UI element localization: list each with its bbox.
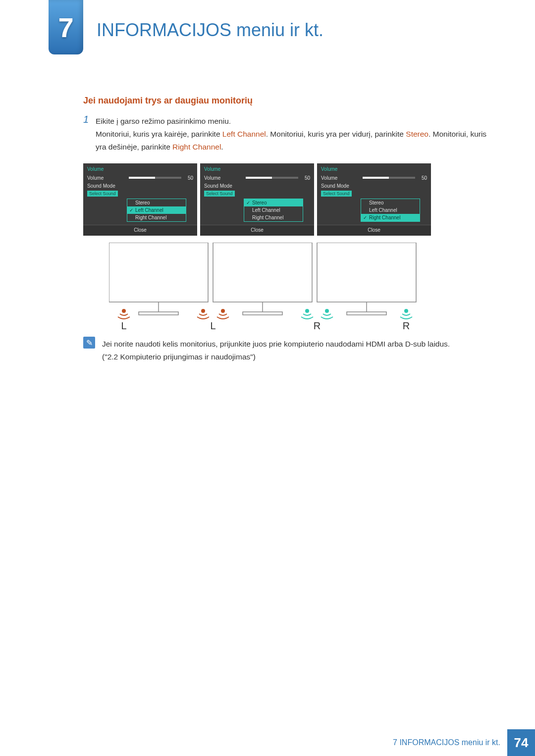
option-right-channel: Right Channel xyxy=(361,214,420,221)
sound-options: Stereo Left Channel Right Channel xyxy=(361,199,420,222)
svg-point-14 xyxy=(405,309,408,312)
option-left-channel: Left Channel xyxy=(244,206,303,214)
volume-value: 50 xyxy=(417,175,427,181)
volume-menu-left: Volume Volume 50 Sound Mode Select Sound… xyxy=(83,163,197,236)
sound-mode-row: Sound Mode xyxy=(317,182,431,190)
svg-rect-2 xyxy=(317,243,416,302)
volume-row: Volume 50 xyxy=(317,174,431,182)
svg-rect-8 xyxy=(347,312,386,315)
volume-menu-right: Volume Volume 50 Sound Mode Select Sound… xyxy=(317,163,431,236)
svg-rect-1 xyxy=(213,243,312,302)
sound-mode-row: Sound Mode xyxy=(200,182,314,190)
highlight-left-channel: Left Channel xyxy=(222,130,266,138)
step-line2b: . Monitoriui, kuris yra per vidurį, pari… xyxy=(266,130,406,138)
option-stereo: Stereo xyxy=(244,199,303,206)
volume-bar xyxy=(246,177,298,179)
svg-rect-0 xyxy=(109,243,208,302)
section-title: Jei naudojami trys ar daugiau monitorių xyxy=(83,96,253,106)
option-right-channel: Right Channel xyxy=(127,214,186,221)
select-sound-row: Select Sound xyxy=(200,190,314,198)
menu-screenshots: Volume Volume 50 Sound Mode Select Sound… xyxy=(83,163,431,236)
volume-label: Volume xyxy=(204,175,244,181)
volume-bar xyxy=(129,177,181,179)
label-l2: L xyxy=(210,320,215,331)
sound-options: Stereo Left Channel Right Channel xyxy=(127,199,186,222)
close-button: Close xyxy=(200,225,314,236)
sound-mode-label: Sound Mode xyxy=(321,183,361,189)
select-sound-row: Select Sound xyxy=(317,190,431,198)
note-line1: Jei norite naudoti kelis monitorius, pri… xyxy=(102,340,450,348)
label-r2: R xyxy=(403,320,410,331)
highlight-right-channel: Right Channel xyxy=(172,143,221,151)
note-line2: ("2.2 Kompiuterio prijungimas ir naudoji… xyxy=(102,353,256,361)
svg-point-12 xyxy=(306,309,309,312)
option-left-channel: Left Channel xyxy=(361,206,420,214)
label-l1: L xyxy=(121,320,126,331)
close-button: Close xyxy=(317,225,431,236)
volume-value: 50 xyxy=(300,175,310,181)
chapter-number: 7 xyxy=(58,11,73,44)
sound-options: Stereo Left Channel Right Channel xyxy=(244,199,303,222)
volume-bar xyxy=(363,177,415,179)
sound-mode-label: Sound Mode xyxy=(204,183,244,189)
step-line2a: Monitoriui, kuris yra kairėje, parinkite xyxy=(96,130,222,138)
svg-point-10 xyxy=(202,309,205,312)
close-button: Close xyxy=(83,225,197,236)
note-icon: ✎ xyxy=(83,337,95,349)
monitors-diagram: L L R R xyxy=(109,243,441,332)
select-sound-row: Select Sound xyxy=(83,190,197,198)
volume-label: Volume xyxy=(87,175,127,181)
label-r1: R xyxy=(314,320,321,331)
select-sound-label: Select Sound xyxy=(321,191,352,197)
volume-row: Volume 50 xyxy=(200,174,314,182)
menu-title: Volume xyxy=(317,166,431,174)
svg-rect-4 xyxy=(139,312,178,315)
volume-value: 50 xyxy=(183,175,193,181)
menu-title: Volume xyxy=(200,166,314,174)
select-sound-label: Select Sound xyxy=(204,191,235,197)
note-text: Jei norite naudoti kelis monitorius, pri… xyxy=(102,338,493,363)
step-number: 1 xyxy=(83,114,89,125)
footer-label: 7 INFORMACIJOS meniu ir kt. xyxy=(386,729,507,756)
page-footer: 7 INFORMACIJOS meniu ir kt. 74 xyxy=(0,729,535,756)
sound-mode-label: Sound Mode xyxy=(87,183,127,189)
volume-row: Volume 50 xyxy=(83,174,197,182)
svg-point-9 xyxy=(122,309,125,312)
highlight-stereo: Stereo xyxy=(406,130,428,138)
option-left-channel: Left Channel xyxy=(127,206,186,214)
option-stereo: Stereo xyxy=(361,199,420,206)
svg-point-11 xyxy=(221,309,224,312)
volume-label: Volume xyxy=(321,175,361,181)
step-line2d: . xyxy=(221,143,223,151)
svg-point-13 xyxy=(325,309,328,312)
step-text: Eikite į garso režimo pasirinkimo meniu.… xyxy=(96,115,497,153)
volume-menu-stereo: Volume Volume 50 Sound Mode Select Sound… xyxy=(200,163,314,236)
option-stereo: Stereo xyxy=(127,199,186,206)
select-sound-label: Select Sound xyxy=(87,191,118,197)
chapter-title: INFORMACIJOS meniu ir kt. xyxy=(97,20,323,41)
option-right-channel: Right Channel xyxy=(244,214,303,221)
footer-page-number: 74 xyxy=(507,729,535,756)
step-line1: Eikite į garso režimo pasirinkimo meniu. xyxy=(96,117,231,125)
sound-mode-row: Sound Mode xyxy=(83,182,197,190)
menu-title: Volume xyxy=(83,166,197,174)
svg-rect-6 xyxy=(243,312,282,315)
chapter-tab: 7 xyxy=(49,0,83,54)
